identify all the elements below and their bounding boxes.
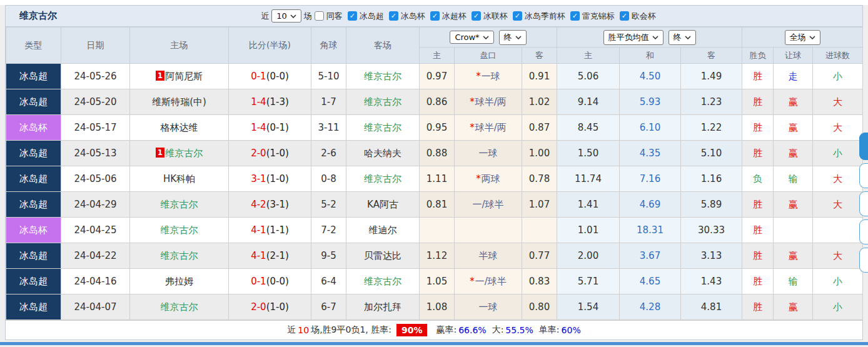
side-quick-button-active[interactable]	[859, 133, 868, 160]
table-row: 冰岛超 24-04-29 维京古尔 4-2(3-1) 5-2 KA阿古 0.81…	[6, 192, 863, 218]
home-team-name[interactable]: 维斯特瑞(中)	[152, 96, 206, 108]
col-avg-home: 主	[557, 48, 620, 64]
handicap-cell: *一球	[455, 64, 522, 89]
away-team-cell: KA阿古	[346, 192, 420, 218]
home-team-cell: 维京古尔	[130, 294, 229, 320]
side-quick-button[interactable]	[859, 248, 868, 273]
avg-time-select[interactable]: 终	[669, 30, 696, 45]
avg-away-cell: 1.22	[681, 115, 742, 141]
home-team-name[interactable]: 阿简尼斯	[165, 71, 203, 82]
result-wdl-cell: 胜	[742, 269, 774, 294]
away-team-name[interactable]: 贝雷达比	[364, 250, 401, 261]
halftime-score: (0-0)	[266, 71, 289, 82]
away-team-cell: 加尔扎拜	[346, 294, 420, 320]
col-home: 主场	[130, 28, 229, 64]
col-result-handicap: 让球	[774, 48, 813, 64]
away-team-cell: 维京古尔	[346, 166, 420, 192]
halftime-score: (0-0)	[266, 276, 289, 287]
away-team-cell: 维京古尔	[346, 269, 420, 294]
avg-home-cell: 1.50	[557, 141, 620, 166]
score-cell: 1-4(1-3)	[229, 89, 311, 115]
home-team-name[interactable]: 维京古尔	[161, 199, 198, 210]
fulltime-score: 1-4	[251, 122, 266, 133]
avg-home-cell: 1.41	[557, 192, 620, 218]
away-team-cell: 维京古尔	[346, 64, 420, 89]
result-goals-cell: 大	[813, 243, 863, 269]
home-team-cell: 格林达维	[130, 115, 229, 141]
result-handicap-cell: 赢	[774, 243, 813, 269]
avg-draw-cell: 4.50	[620, 64, 681, 89]
table-row: 冰岛超 24-05-26 1阿简尼斯 0-1(0-0) 5-10 维京古尔 0.…	[6, 64, 863, 89]
match-date-cell: 24-04-16	[61, 269, 130, 294]
odds-home-cell: 0.81	[420, 192, 455, 218]
scope-select[interactable]: 全场	[785, 30, 820, 45]
single-rate-value: 60%	[562, 325, 581, 335]
away-team-cell: 维京古尔	[346, 115, 420, 141]
avg-draw-cell: 4.69	[620, 192, 681, 218]
away-team-name[interactable]: 维京古尔	[364, 122, 401, 133]
fulltime-score: 0-1	[251, 71, 266, 82]
league-type-cell: 冰岛超	[6, 294, 61, 320]
side-quick-button[interactable]	[859, 191, 868, 216]
home-team-name[interactable]: 维京古尔	[161, 250, 198, 261]
score-cell: 0-1(0-0)	[229, 269, 311, 294]
chevron-down-icon	[290, 14, 296, 18]
home-team-name[interactable]: 维京古尔	[165, 148, 203, 159]
avg-away-cell: 3.13	[681, 243, 742, 269]
chevron-down-icon	[483, 36, 489, 39]
result-handicap-cell: 走	[774, 64, 813, 89]
page: 维京古尔 近 10 场 同客 ✓ 冰岛超 ✓ 冰岛杯 ✓ 冰超杯 ✓ 冰联杯 ✓	[0, 0, 868, 347]
result-wdl-cell: 胜	[742, 243, 774, 269]
top-strip	[0, 0, 868, 5]
away-team-name[interactable]: 维京古尔	[364, 173, 401, 184]
home-team-name[interactable]: 维京古尔	[161, 224, 198, 236]
stats-panel: 维京古尔 近 10 场 同客 ✓ 冰岛超 ✓ 冰岛杯 ✓ 冰超杯 ✓ 冰联杯 ✓	[5, 5, 863, 340]
avg-odds-select[interactable]: 胜平负均值	[603, 30, 664, 45]
league-checkbox-1[interactable]: ✓	[389, 11, 398, 21]
home-team-name[interactable]: 弗拉姆	[165, 276, 193, 287]
same-away-checkbox[interactable]	[315, 11, 324, 21]
odds-time-select[interactable]: 终	[499, 30, 527, 45]
handicap-cell	[455, 218, 522, 243]
away-team-name[interactable]: KA阿古	[367, 199, 398, 210]
away-team-name[interactable]: 加尔扎拜	[364, 301, 401, 313]
fulltime-score: 4-2	[251, 199, 266, 210]
league-checkbox-2[interactable]: ✓	[430, 11, 440, 21]
home-team-name[interactable]: HK科帕	[163, 173, 195, 184]
corner-cell: 0-8	[311, 166, 346, 192]
home-team-name[interactable]: 格林达维	[161, 122, 198, 133]
league-checkbox-5[interactable]: ✓	[570, 11, 580, 21]
recent-count-select[interactable]: 10	[271, 9, 301, 23]
away-team-name[interactable]: 哈夫纳夫	[364, 148, 401, 159]
league-checkbox-4[interactable]: ✓	[513, 11, 522, 21]
away-team-name[interactable]: 维京古尔	[364, 96, 401, 108]
odds-away-cell: 1.00	[522, 141, 557, 166]
home-team-name[interactable]: 维京古尔	[161, 301, 198, 313]
filter-controls: 近 10 场 同客 ✓ 冰岛超 ✓ 冰岛杯 ✓ 冰超杯 ✓ 冰联杯 ✓ 冰岛季前…	[57, 9, 862, 23]
fulltime-score: 0-1	[251, 276, 266, 287]
over-rate-label: 大:	[492, 324, 504, 336]
league-checkbox-3[interactable]: ✓	[472, 11, 481, 21]
league-label-5: 雷克锦标	[582, 11, 615, 22]
odds-away-cell: 1.07	[522, 192, 557, 218]
match-date-cell: 24-05-17	[61, 115, 130, 141]
away-team-name[interactable]: 维京古尔	[364, 71, 401, 82]
side-quick-button[interactable]	[859, 219, 868, 244]
result-handicap-cell: 赢	[774, 294, 813, 320]
league-checkbox-6[interactable]: ✓	[620, 11, 629, 21]
summary-prefix: 近	[287, 324, 296, 336]
away-team-name[interactable]: 维京古尔	[364, 276, 401, 287]
odds-company-select[interactable]: Crow*	[450, 31, 493, 44]
league-label-6: 欧会杯	[632, 11, 656, 22]
col-score: 比分(半场)	[229, 28, 311, 64]
avg-draw-cell: 4.35	[620, 141, 681, 166]
away-team-cell: 维京古尔	[346, 89, 420, 115]
handicap-text: 球半/两	[475, 122, 507, 133]
handicap-cell: *一/球半	[455, 269, 522, 294]
match-date-cell: 24-05-13	[61, 141, 130, 166]
odds-home-cell: 0.88	[420, 141, 455, 166]
col-avg-away: 客	[681, 48, 742, 64]
side-quick-button[interactable]	[859, 163, 868, 188]
league-checkbox-0[interactable]: ✓	[348, 11, 357, 21]
away-team-name[interactable]: 维迪尔	[369, 224, 397, 236]
